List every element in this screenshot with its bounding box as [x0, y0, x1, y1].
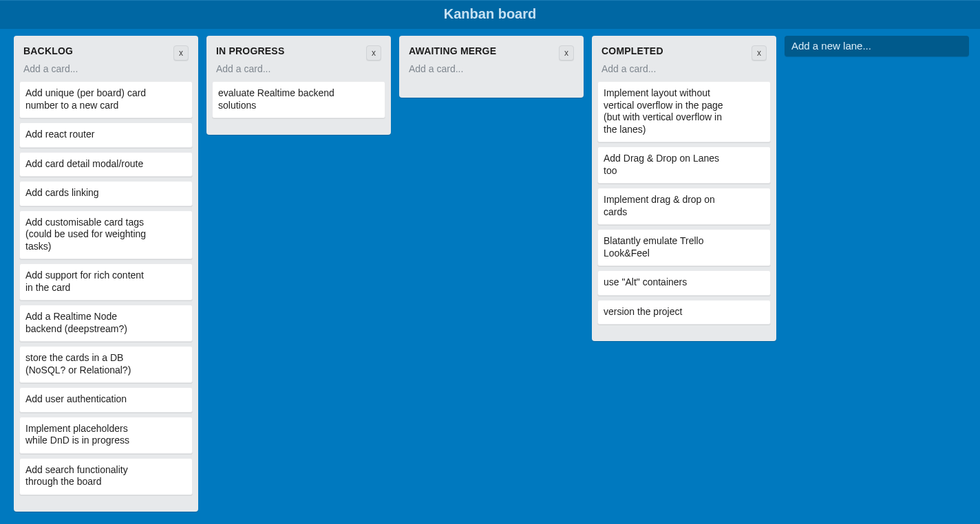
card[interactable]: Add unique (per board) card number to a … [19, 81, 193, 118]
lane-header: BACKLOGx [19, 41, 193, 62]
card-text: Add user authentication [25, 393, 149, 406]
board: BACKLOGxAdd a card...Add unique (per boa… [0, 29, 980, 524]
lane-close-button[interactable]: x [752, 45, 767, 61]
lane-close-button[interactable]: x [559, 45, 574, 61]
lane: COMPLETEDxAdd a card...Implement layout … [592, 36, 776, 341]
add-card-button[interactable]: Add a card... [212, 62, 385, 81]
lane-title: BACKLOG [23, 45, 73, 56]
card[interactable]: use "Alt" containers [597, 270, 771, 296]
card-text: Add customisable card tags (could be use… [25, 217, 149, 253]
lane-title: IN PROGRESS [216, 45, 284, 56]
card-text: Blatantly emulate Trello Look&Feel [604, 235, 727, 259]
card-text: Implement placeholders while DnD is in p… [25, 423, 149, 447]
card[interactable]: Add card detail modal/route [19, 152, 193, 177]
card-text: evaluate Realtime backend solutions [218, 87, 342, 111]
card[interactable]: Add user authentication [19, 387, 193, 413]
lane-close-button[interactable]: x [366, 45, 381, 61]
add-card-button[interactable]: Add a card... [405, 62, 578, 81]
card-list: Add unique (per board) card number to a … [19, 81, 193, 495]
card[interactable]: evaluate Realtime backend solutions [212, 81, 385, 118]
card-text: store the cards in a DB (NoSQL? or Relat… [25, 352, 149, 376]
lane-close-button[interactable]: x [173, 45, 189, 61]
lane-header: COMPLETEDx [597, 41, 771, 62]
card[interactable]: Add a Realtime Node backend (deepstream?… [19, 305, 193, 342]
card[interactable]: Add search functionality through the boa… [19, 458, 193, 495]
lane-header: IN PROGRESSx [212, 41, 385, 62]
card[interactable]: Add Drag & Drop on Lanes too [597, 146, 771, 184]
card-text: Add a Realtime Node backend (deepstream?… [25, 311, 149, 335]
page-title: Kanban board [444, 6, 536, 21]
lane: IN PROGRESSxAdd a card...evaluate Realti… [206, 36, 391, 135]
card-text: Add card detail modal/route [25, 158, 149, 171]
lane: AWAITING MERGExAdd a card... [399, 36, 584, 98]
card[interactable]: Add support for rich content in the card [19, 263, 193, 301]
card[interactable]: Implement layout without vertical overfl… [597, 81, 771, 142]
card-text: Add cards linking [25, 187, 149, 199]
card-text: Add search functionality through the boa… [25, 464, 149, 488]
card-text: Add unique (per board) card number to a … [25, 87, 149, 111]
card-text: Add support for rich content in the card [25, 270, 149, 294]
card[interactable]: Implement placeholders while DnD is in p… [19, 417, 193, 454]
add-lane-button[interactable]: Add a new lane... [785, 36, 969, 56]
card-text: use "Alt" containers [604, 276, 727, 289]
lane: BACKLOGxAdd a card...Add unique (per boa… [14, 36, 198, 512]
card-text: Add react router [25, 129, 149, 141]
card[interactable]: version the project [597, 300, 771, 325]
add-card-button[interactable]: Add a card... [19, 62, 193, 81]
app-header: Kanban board [0, 0, 980, 29]
card[interactable]: Add cards linking [19, 181, 193, 206]
lane-title: COMPLETED [601, 45, 663, 56]
card-list: evaluate Realtime backend solutions [212, 81, 385, 118]
card-text: Implement layout without vertical overfl… [604, 87, 727, 135]
lane-header: AWAITING MERGEx [405, 41, 578, 62]
card-text: Add Drag & Drop on Lanes too [604, 153, 727, 177]
lane-title: AWAITING MERGE [409, 45, 496, 56]
card-text: version the project [604, 306, 727, 318]
add-card-button[interactable]: Add a card... [597, 62, 771, 81]
card[interactable]: store the cards in a DB (NoSQL? or Relat… [19, 346, 193, 383]
card[interactable]: Implement drag & drop on cards [597, 188, 771, 225]
card[interactable]: Add react router [19, 122, 193, 148]
card[interactable]: Add customisable card tags (could be use… [19, 210, 193, 260]
card[interactable]: Blatantly emulate Trello Look&Feel [597, 229, 771, 266]
card-list: Implement layout without vertical overfl… [597, 81, 771, 325]
card-text: Implement drag & drop on cards [604, 194, 727, 218]
